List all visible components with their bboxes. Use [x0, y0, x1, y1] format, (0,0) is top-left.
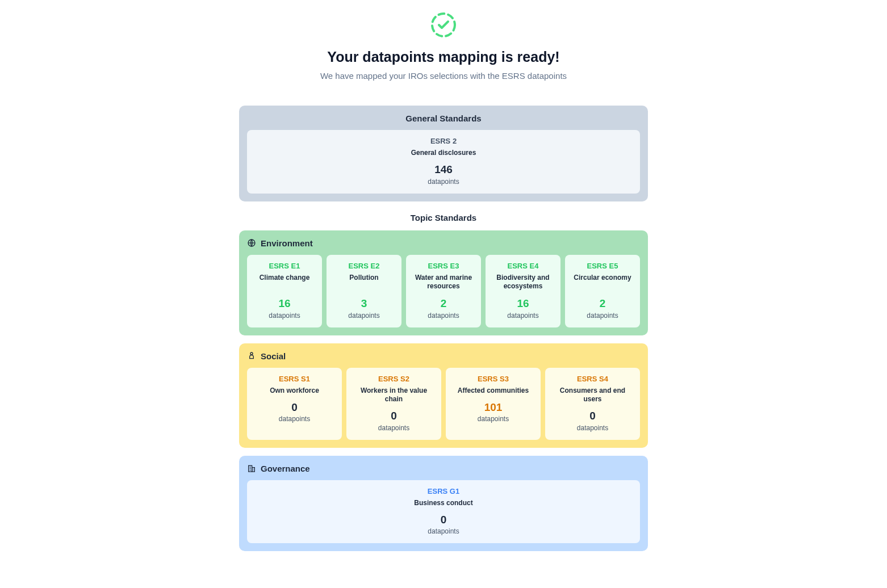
- page-header: Your datapoints mapping is ready! We hav…: [239, 11, 648, 81]
- topic-standards-heading: Topic Standards: [239, 213, 648, 222]
- card-count: 0: [253, 514, 634, 527]
- card-code: ESRS E3: [412, 262, 475, 270]
- card-count: 16: [491, 297, 555, 310]
- card-unit: datapoints: [352, 424, 436, 432]
- card-esrs-2[interactable]: ESRS 2 General disclosures 146 datapoint…: [247, 130, 640, 194]
- card-code: ESRS S1: [253, 375, 336, 383]
- card-count: 16: [253, 297, 316, 310]
- card-desc: Own workforce: [253, 387, 336, 396]
- card-esrs-s4[interactable]: ESRS S4 Consumers and end users 0 datapo…: [545, 368, 640, 440]
- card-esrs-e1[interactable]: ESRS E1 Climate change 16 datapoints: [247, 255, 322, 327]
- card-code: ESRS G1: [253, 487, 634, 495]
- svg-rect-4: [252, 468, 255, 472]
- card-esrs-e3[interactable]: ESRS E3 Water and marine resources 2 dat…: [406, 255, 481, 327]
- card-count: 3: [332, 297, 396, 310]
- card-desc: Workers in the value chain: [352, 387, 436, 404]
- card-code: ESRS E4: [491, 262, 555, 270]
- card-code: ESRS S3: [451, 375, 535, 383]
- card-code: ESRS E2: [332, 262, 396, 270]
- card-esrs-s3[interactable]: ESRS S3 Affected communities 101 datapoi…: [446, 368, 541, 440]
- card-esrs-e5[interactable]: ESRS E5 Circular economy 2 datapoints: [565, 255, 640, 327]
- card-esrs-g1[interactable]: ESRS G1 Business conduct 0 datapoints: [247, 480, 640, 544]
- card-unit: datapoints: [451, 415, 535, 423]
- card-esrs-e4[interactable]: ESRS E4 Biodiversity and ecosystems 16 d…: [486, 255, 560, 327]
- card-desc: Biodiversity and ecosystems: [491, 274, 555, 292]
- card-code: ESRS E5: [571, 262, 634, 270]
- card-desc: Water and marine resources: [412, 274, 475, 292]
- card-code: ESRS S4: [551, 375, 634, 383]
- card-desc: Business conduct: [253, 499, 634, 508]
- card-code: ESRS 2: [253, 137, 634, 145]
- card-count: 101: [451, 401, 535, 414]
- page-subtitle: We have mapped your IROs selections with…: [239, 71, 648, 81]
- card-count: 2: [571, 297, 634, 310]
- page-container: Your datapoints mapping is ready! We hav…: [239, 11, 648, 551]
- environment-label: Environment: [261, 238, 313, 248]
- card-desc: Circular economy: [571, 274, 634, 292]
- environment-panel: Environment ESRS E1 Climate change 16 da…: [239, 230, 648, 335]
- building-icon: [247, 464, 256, 473]
- general-standards-heading: General Standards: [247, 114, 640, 123]
- svg-point-2: [250, 352, 253, 355]
- card-count: 0: [253, 401, 336, 414]
- card-unit: datapoints: [412, 312, 475, 320]
- page-title: Your datapoints mapping is ready!: [239, 49, 648, 65]
- card-unit: datapoints: [491, 312, 555, 320]
- card-count: 0: [352, 410, 436, 423]
- social-label: Social: [261, 351, 286, 361]
- card-unit: datapoints: [253, 312, 316, 320]
- card-count: 0: [551, 410, 634, 423]
- card-unit: datapoints: [253, 415, 336, 423]
- card-unit: datapoints: [551, 424, 634, 432]
- card-desc: Pollution: [332, 274, 396, 292]
- card-desc: Climate change: [253, 274, 316, 292]
- card-unit: datapoints: [253, 178, 634, 186]
- success-badge-icon: [430, 11, 457, 39]
- card-esrs-s2[interactable]: ESRS S2 Workers in the value chain 0 dat…: [346, 368, 441, 440]
- governance-label: Governance: [261, 464, 310, 473]
- card-esrs-e2[interactable]: ESRS E2 Pollution 3 datapoints: [327, 255, 401, 327]
- card-desc: Affected communities: [451, 387, 535, 396]
- social-panel: Social ESRS S1 Own workforce 0 datapoint…: [239, 343, 648, 448]
- card-code: ESRS S2: [352, 375, 436, 383]
- card-unit: datapoints: [332, 312, 396, 320]
- card-count: 2: [412, 297, 475, 310]
- card-desc: General disclosures: [253, 149, 634, 158]
- card-unit: datapoints: [571, 312, 634, 320]
- card-esrs-s1[interactable]: ESRS S1 Own workforce 0 datapoints: [247, 368, 342, 440]
- general-standards-panel: General Standards ESRS 2 General disclos…: [239, 106, 648, 201]
- governance-panel: Governance ESRS G1 Business conduct 0 da…: [239, 456, 648, 552]
- card-desc: Consumers and end users: [551, 387, 634, 404]
- card-count: 146: [253, 163, 634, 177]
- globe-icon: [247, 238, 256, 247]
- card-code: ESRS E1: [253, 262, 316, 270]
- card-unit: datapoints: [253, 527, 634, 535]
- person-icon: [247, 351, 256, 360]
